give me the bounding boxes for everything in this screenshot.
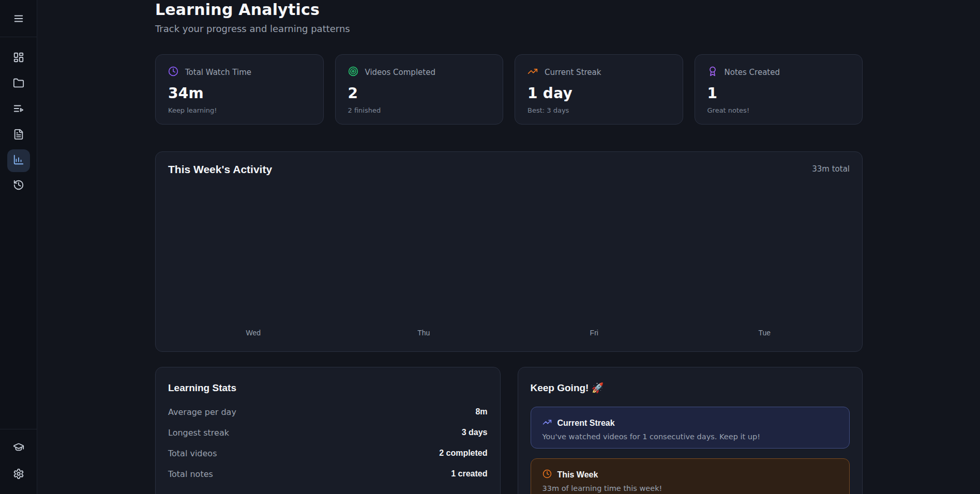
banner-title: This Week [557, 470, 598, 480]
this-week-banner: This Week 33m of learning time this week… [531, 458, 850, 494]
stat-value: 1 day [527, 85, 670, 102]
stat-label: Notes Created [725, 68, 780, 77]
chart-plot-area [168, 188, 850, 321]
sidebar-item-notes[interactable] [8, 125, 29, 146]
stat-label: Videos Completed [365, 68, 435, 77]
main-content: Learning Analytics Track your progress a… [155, 0, 863, 494]
sidebar-item-dashboard[interactable] [8, 48, 29, 69]
banner-description: You've watched videos for 1 consecutive … [542, 433, 838, 441]
stat-sub: Keep learning! [168, 106, 311, 114]
sidebar-item-playlists[interactable] [8, 99, 29, 120]
trending-up-icon [527, 66, 538, 79]
trending-up-icon [542, 418, 552, 429]
stat-label: Total Watch Time [185, 68, 251, 77]
sidebar [0, 0, 37, 494]
current-streak-banner: Current Streak You've watched videos for… [531, 407, 850, 449]
stat-sub: Best: 3 days [527, 106, 670, 114]
stat-row-label: Average per day [168, 407, 236, 417]
stat-card-current-streak: Current Streak 1 day Best: 3 days [515, 54, 683, 125]
menu-toggle-button[interactable] [8, 9, 29, 30]
sidebar-item-courses[interactable] [8, 438, 29, 458]
folder-icon [13, 78, 24, 91]
stat-row-value: 1 created [451, 469, 487, 478]
target-icon [348, 66, 358, 79]
stat-card-videos-completed: Videos Completed 2 2 finished [335, 54, 504, 125]
banner-title: Current Streak [557, 419, 615, 428]
stat-value: 2 [348, 85, 491, 102]
keep-going-card: Keep Going! 🚀 Current Streak You've watc… [518, 367, 863, 494]
stat-value: 34m [168, 85, 311, 102]
stat-row-longest-streak: Longest streak 3 days [168, 422, 488, 443]
page-subtitle: Track your progress and learning pattern… [155, 23, 863, 35]
x-axis-tick: Tue [680, 329, 850, 337]
stat-label: Current Streak [545, 68, 601, 77]
x-axis-tick: Wed [168, 329, 339, 337]
banner-description: 33m of learning time this week! [542, 484, 838, 492]
clock-icon [168, 66, 178, 79]
x-axis-tick: Fri [509, 329, 680, 337]
chart-title: This Week's Activity [168, 163, 272, 176]
stat-row-label: Total notes [168, 469, 213, 479]
learning-stats-card: Learning Stats Average per day 8m Longes… [155, 367, 501, 494]
keep-going-title: Keep Going! 🚀 [531, 382, 850, 394]
sidebar-divider-bottom [0, 429, 37, 429]
learning-stats-title: Learning Stats [168, 382, 488, 394]
list-video-icon [13, 103, 24, 116]
menu-icon [13, 13, 24, 26]
stat-row-value: 2 completed [439, 449, 487, 458]
file-text-icon [13, 129, 24, 142]
sidebar-item-folders[interactable] [8, 74, 29, 95]
stat-row-total-videos: Total videos 2 completed [168, 443, 488, 464]
graduation-cap-icon [13, 441, 24, 455]
stat-row-total-notes: Total notes 1 created [168, 464, 488, 484]
sidebar-item-settings[interactable] [8, 465, 29, 485]
page-title: Learning Analytics [155, 0, 863, 20]
x-axis-tick: Thu [339, 329, 509, 337]
sidebar-item-analytics[interactable] [7, 149, 30, 172]
stat-row-value: 3 days [462, 428, 488, 437]
history-icon [13, 179, 24, 193]
stats-row: Total Watch Time 34m Keep learning! Vide… [155, 54, 863, 125]
weekly-activity-card: This Week's Activity 33m total Wed Thu F… [155, 151, 863, 352]
stat-row-value: 8m [475, 407, 487, 416]
layout-dashboard-icon [13, 52, 24, 65]
bottom-row: Learning Stats Average per day 8m Longes… [155, 367, 863, 494]
stat-value: 1 [707, 85, 850, 102]
chart-x-axis: Wed Thu Fri Tue [168, 329, 850, 337]
stat-card-watch-time: Total Watch Time 34m Keep learning! [155, 54, 324, 125]
clock-icon [542, 469, 552, 481]
stat-row-average-per-day: Average per day 8m [168, 402, 488, 422]
stat-row-label: Total videos [168, 449, 217, 458]
stat-row-label: Longest streak [168, 428, 229, 438]
bar-chart-icon [13, 154, 24, 167]
sidebar-divider-top [0, 37, 37, 37]
award-icon [707, 66, 718, 79]
stat-card-notes-created: Notes Created 1 Great notes! [695, 54, 863, 125]
gear-icon [13, 468, 24, 482]
stat-sub: 2 finished [348, 106, 491, 114]
chart-total-label: 33m total [812, 164, 850, 174]
sidebar-item-history[interactable] [8, 176, 29, 196]
stat-sub: Great notes! [707, 106, 850, 114]
